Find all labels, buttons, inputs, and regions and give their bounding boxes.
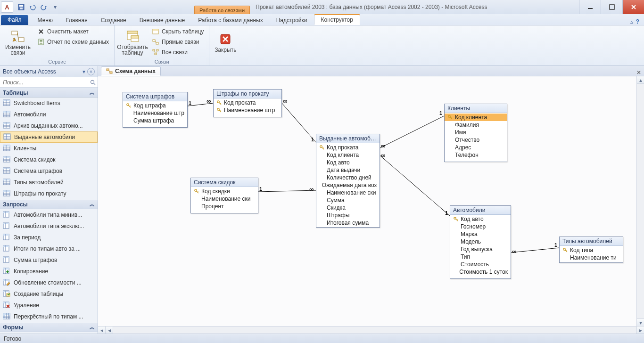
nav-query-item[interactable]: Автомобили типа эксклю... xyxy=(0,220,98,232)
nav-query-item[interactable]: Автомобили типа минив... xyxy=(0,209,98,220)
minimize-ribbon-icon[interactable]: ▵ xyxy=(630,18,633,25)
nav-query-item[interactable]: За период xyxy=(0,232,98,243)
nav-table-item[interactable]: Автомобили xyxy=(0,109,98,120)
nav-table-item[interactable]: Клиенты xyxy=(0,143,98,154)
document-tab[interactable]: Схема данных xyxy=(101,66,161,76)
nav-query-item[interactable]: Удаление xyxy=(0,300,98,311)
clear-layout-button[interactable]: Очистить макет xyxy=(35,26,111,36)
table-field[interactable]: Код проката xyxy=(316,144,380,151)
relation-report-button[interactable]: Отчет по схеме данных xyxy=(35,37,111,47)
table-field[interactable]: Сумма xyxy=(316,196,380,204)
search-input[interactable] xyxy=(0,78,88,87)
table-field[interactable]: Итоговая сумма xyxy=(316,219,380,227)
tab-home[interactable]: Главная xyxy=(59,16,94,25)
document-close-icon[interactable]: ✕ xyxy=(634,69,644,76)
table-title[interactable]: Система скидок xyxy=(191,178,258,187)
navpane-header[interactable]: Все объекты Access ▾ « xyxy=(0,66,98,77)
table-field[interactable]: Ожидаемая дата воз xyxy=(316,181,380,189)
table-field[interactable]: Наименование штр xyxy=(123,109,187,117)
scroll-left-icon[interactable]: ◂ xyxy=(98,327,106,334)
scroll-up-icon[interactable]: ▴ xyxy=(637,76,644,84)
table-title[interactable]: Штрафы по прокату xyxy=(214,90,281,98)
nav-query-item[interactable]: Сумма штрафов xyxy=(0,254,98,266)
file-tab[interactable]: Файл xyxy=(1,15,28,25)
minimize-button[interactable] xyxy=(579,0,601,14)
nav-table-item[interactable]: Система скидок xyxy=(0,154,98,165)
scroll-left2-icon[interactable]: ◂ xyxy=(106,327,113,334)
table-field[interactable]: Код проката xyxy=(214,99,281,106)
table-title[interactable]: Выданные автомоби... xyxy=(316,134,380,143)
table-field[interactable]: Сумма штрафа xyxy=(123,117,187,124)
show-table-button[interactable]: Отобразить таблицу xyxy=(117,26,148,57)
qat-save-icon[interactable] xyxy=(16,2,26,12)
table-field[interactable]: Наименование ски xyxy=(191,195,258,203)
table-title[interactable]: Система штрафов xyxy=(123,92,187,101)
table-field[interactable]: Телефон xyxy=(445,151,507,159)
table-field[interactable]: Стоимость 1 суток xyxy=(450,268,511,276)
qat-undo-icon[interactable] xyxy=(27,2,38,12)
table-box[interactable]: АвтомобилиКод автоГосномерМаркаМодельГод… xyxy=(450,205,511,279)
nav-group-forms[interactable]: Формы︽ xyxy=(0,322,98,332)
table-field[interactable]: Фамилия xyxy=(445,121,507,129)
table-field[interactable]: Марка xyxy=(450,230,511,238)
nav-table-item[interactable]: Выданные автомобили xyxy=(0,131,98,143)
nav-query-item[interactable]: Перекрёстный по типам ... xyxy=(0,311,98,322)
tab-database-tools[interactable]: Работа с базами данных xyxy=(191,16,269,25)
table-box[interactable]: Система штрафовКод штрафаНаименование шт… xyxy=(123,92,188,128)
nav-query-item[interactable]: Обновление стоимости ... xyxy=(0,277,98,288)
table-title[interactable]: Автомобили xyxy=(450,206,511,215)
help-icon[interactable]: ? xyxy=(636,18,639,25)
table-box[interactable]: Выданные автомоби...Код прокатаКод клиен… xyxy=(316,134,380,228)
scroll-down-icon[interactable]: ▾ xyxy=(637,318,644,326)
nav-group-tables[interactable]: Таблицы︽ xyxy=(0,88,98,98)
nav-query-item[interactable]: Создание таблицы xyxy=(0,288,98,300)
table-field[interactable]: Стоимость xyxy=(450,261,511,268)
table-field[interactable]: Код авто xyxy=(450,215,511,223)
search-icon[interactable] xyxy=(88,80,98,85)
table-title[interactable]: Клиенты xyxy=(445,104,507,113)
table-field[interactable]: Штрафы xyxy=(316,212,380,219)
table-field[interactable]: Код скидки xyxy=(191,188,258,195)
table-field[interactable]: Наименование штр xyxy=(214,106,281,114)
table-field[interactable]: Код типа xyxy=(560,246,623,254)
hide-table-button[interactable]: Скрыть таблицу xyxy=(149,26,206,36)
table-field[interactable]: Наименование ти xyxy=(560,254,623,261)
close-button[interactable] xyxy=(622,0,644,14)
nav-query-item[interactable]: Итоги по типам авто за ... xyxy=(0,243,98,254)
table-field[interactable]: Госномер xyxy=(450,223,511,230)
navpane-menu-icon[interactable]: ▾ xyxy=(83,68,85,75)
table-box[interactable]: КлиентыКод клиентаФамилияИмяОтчествоАдре… xyxy=(444,104,507,162)
maximize-button[interactable] xyxy=(601,0,622,14)
close-relations-button[interactable]: Закрыть xyxy=(212,26,239,57)
horizontal-scrollbar[interactable]: ◂ ◂ ▸ xyxy=(98,326,644,334)
qat-customize-icon[interactable]: ▾ xyxy=(50,2,60,12)
nav-table-item[interactable]: Штрафы по прокату xyxy=(0,188,98,199)
table-field[interactable]: Имя xyxy=(445,129,507,136)
table-field[interactable]: Год выпуска xyxy=(450,245,511,253)
table-field[interactable]: Код клиента xyxy=(445,114,507,121)
table-box[interactable]: Система скидокКод скидкиНаименование ски… xyxy=(190,178,258,213)
table-field[interactable]: Код авто xyxy=(316,159,380,166)
tab-external-data[interactable]: Внешние данные xyxy=(133,16,192,25)
table-box[interactable]: Типы автомобилейКод типаНаименование ти xyxy=(559,237,623,263)
nav-query-item[interactable]: Копирование xyxy=(0,266,98,277)
edit-relations-button[interactable]: Изменить связи xyxy=(3,26,33,57)
table-field[interactable]: Адрес xyxy=(445,144,507,151)
navpane-collapse-icon[interactable]: « xyxy=(87,68,95,75)
scroll-right-icon[interactable]: ▸ xyxy=(636,327,644,334)
tab-menu[interactable]: Меню xyxy=(31,16,59,25)
nav-group-queries[interactable]: Запросы︽ xyxy=(0,199,98,209)
nav-table-item[interactable]: Типы автомобилей xyxy=(0,177,98,188)
nav-table-item[interactable]: Switchboard Items xyxy=(0,98,98,109)
table-field[interactable]: Количество дней xyxy=(316,174,380,181)
table-field[interactable]: Модель xyxy=(450,238,511,245)
vertical-scrollbar[interactable]: ▴ ▾ xyxy=(636,76,644,326)
direct-relations-button[interactable]: Прямые связи xyxy=(149,37,206,47)
table-field[interactable]: Процент xyxy=(191,203,258,210)
table-field[interactable]: Код клиента xyxy=(316,151,380,159)
table-field[interactable]: Наименование ски xyxy=(316,189,380,196)
table-field[interactable]: Отчество xyxy=(445,136,507,144)
tab-create[interactable]: Создание xyxy=(94,16,133,25)
nav-table-item[interactable]: Архив выданных автомо... xyxy=(0,120,98,131)
table-title[interactable]: Типы автомобилей xyxy=(560,237,623,246)
